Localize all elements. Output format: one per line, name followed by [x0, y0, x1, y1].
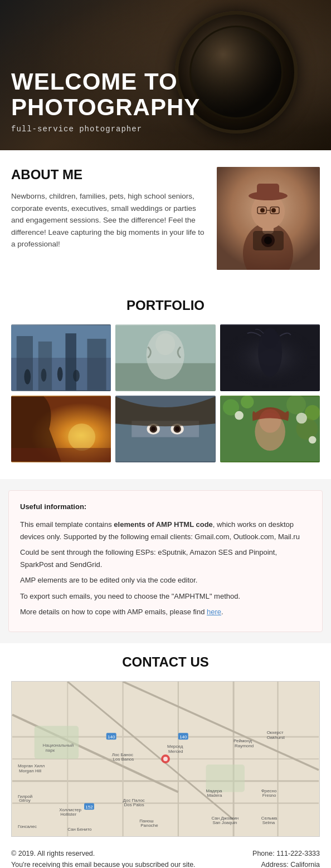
- hero-section: WELCOME TO PHOTOGRAPHY full-service phot…: [0, 0, 331, 150]
- svg-text:Merced: Merced: [168, 749, 183, 754]
- svg-text:Морган Хилл: Морган Хилл: [18, 763, 45, 768]
- footer-phone: Phone: 111-222-3333: [252, 848, 320, 859]
- svg-point-23: [73, 369, 80, 381]
- svg-rect-34: [11, 448, 111, 461]
- portfolio-item[interactable]: [220, 396, 320, 462]
- contact-title: CONTACT US: [11, 654, 320, 670]
- info-line4: To export such emails, you need to choos…: [20, 590, 311, 603]
- svg-text:Morgan Hill: Morgan Hill: [19, 768, 41, 773]
- svg-text:Национальный: Национальный: [43, 743, 74, 748]
- svg-point-52: [309, 436, 317, 444]
- footer-subscription: You're receiving this email because you …: [11, 859, 196, 868]
- info-bold-text: elements of AMP HTML code: [114, 520, 212, 529]
- svg-point-33: [68, 423, 95, 451]
- svg-text:San Joaquin: San Joaquin: [212, 820, 237, 825]
- svg-point-51: [296, 413, 306, 423]
- about-text-block: ABOUT ME Newborns, children, families, p…: [11, 167, 206, 250]
- svg-point-13: [264, 236, 272, 244]
- info-line3: AMP elements are to be edited only via t…: [20, 574, 311, 586]
- portfolio-item[interactable]: [11, 324, 111, 391]
- footer-info: © 2019. All rights reserved. You're rece…: [11, 848, 320, 868]
- info-section: Useful information: This email template …: [8, 490, 323, 632]
- map-svg: Национальный парк Морган Хилл Morgan Hil…: [12, 682, 319, 836]
- svg-text:Gilroy: Gilroy: [19, 798, 31, 803]
- svg-text:Hollister: Hollister: [60, 812, 76, 817]
- svg-point-107: [163, 757, 168, 761]
- svg-rect-19: [87, 339, 106, 391]
- svg-text:Окхерст: Окхерст: [267, 730, 284, 735]
- portfolio-title: PORTFOLIO: [11, 298, 320, 313]
- portfolio-item[interactable]: [220, 324, 320, 391]
- svg-rect-17: [38, 342, 52, 391]
- map-container[interactable]: Национальный парк Морган Хилл Morgan Hil…: [11, 681, 320, 837]
- svg-text:Panoche: Panoche: [140, 823, 158, 828]
- svg-text:Madera: Madera: [207, 792, 222, 797]
- svg-text:Мерсед: Мерсед: [167, 744, 183, 749]
- svg-rect-5: [257, 184, 279, 198]
- svg-point-43: [176, 427, 180, 431]
- about-portrait-svg: [217, 167, 320, 270]
- info-line1: This email template contains elements of…: [20, 519, 311, 543]
- svg-text:парк: парк: [46, 748, 55, 753]
- svg-rect-16: [17, 336, 33, 390]
- svg-text:Raymond: Raymond: [235, 743, 254, 748]
- portfolio-grid: [11, 324, 320, 462]
- svg-text:Гонсалес: Гонсалес: [18, 824, 37, 829]
- svg-point-27: [155, 333, 175, 355]
- svg-point-22: [57, 367, 63, 381]
- about-section: ABOUT ME Newborns, children, families, p…: [0, 150, 331, 287]
- svg-text:Реймонд: Реймонд: [233, 738, 252, 743]
- footer: © 2019. All rights reserved. You're rece…: [0, 837, 331, 868]
- hero-content: WELCOME TO PHOTOGRAPHY full-service phot…: [11, 69, 320, 134]
- info-line5: More details on how to cope with AMP ema…: [20, 606, 311, 618]
- footer-address: Address: California: [252, 859, 320, 868]
- svg-point-46: [241, 396, 254, 408]
- svg-point-42: [152, 427, 156, 431]
- svg-point-48: [305, 405, 320, 420]
- about-title: ABOUT ME: [11, 167, 206, 183]
- info-title: Useful information:: [20, 501, 311, 513]
- portfolio-item[interactable]: [11, 396, 111, 462]
- contact-section: CONTACT US Национальный парк: [0, 643, 331, 837]
- info-here-link[interactable]: here: [207, 608, 221, 616]
- hero-subtitle: full-service photographer: [11, 125, 320, 134]
- hero-title: WELCOME TO PHOTOGRAPHY: [11, 69, 320, 120]
- svg-point-21: [41, 368, 47, 381]
- svg-point-7: [271, 208, 276, 213]
- footer-left: © 2019. All rights reserved. You're rece…: [11, 848, 196, 868]
- svg-text:Los Banos: Los Banos: [113, 757, 134, 762]
- svg-point-20: [24, 369, 31, 384]
- svg-text:140: 140: [108, 734, 115, 739]
- portfolio-item[interactable]: [115, 396, 215, 462]
- svg-text:140: 140: [179, 734, 187, 739]
- svg-text:Oakhurst: Oakhurst: [267, 735, 285, 740]
- portfolio-item[interactable]: [115, 324, 215, 391]
- svg-text:Сан Бенито: Сан Бенито: [67, 827, 92, 832]
- about-photo: [217, 167, 320, 270]
- about-photo-inner: [217, 167, 320, 270]
- svg-rect-18: [65, 333, 76, 390]
- info-line2: Could be sent through the following ESPs…: [20, 546, 311, 571]
- footer-right: Phone: 111-222-3333 Address: California: [252, 848, 320, 868]
- portfolio-section: PORTFOLIO: [0, 287, 331, 479]
- svg-text:152: 152: [85, 805, 93, 810]
- footer-copyright: © 2019. All rights reserved.: [11, 848, 196, 859]
- svg-point-47: [286, 396, 306, 415]
- svg-point-50: [235, 411, 244, 420]
- svg-text:Selma: Selma: [262, 820, 275, 825]
- svg-text:Fresno: Fresno: [262, 792, 276, 797]
- svg-point-6: [260, 208, 265, 213]
- svg-point-31: [262, 329, 278, 348]
- about-body: Newborns, children, families, pets, high…: [11, 190, 206, 250]
- svg-text:Dos Palos: Dos Palos: [124, 802, 144, 807]
